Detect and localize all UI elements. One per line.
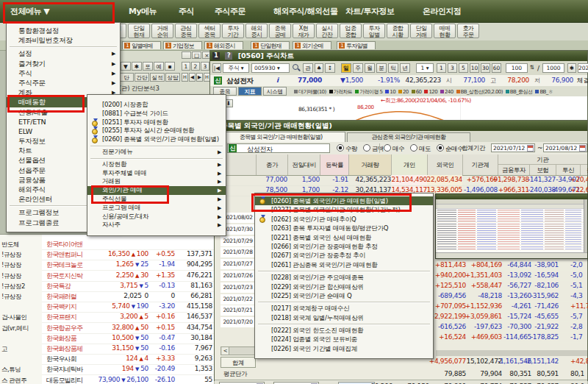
chart-tab-지표[interactable]: 지표 [238,87,262,96]
calendar-icon[interactable] [579,145,586,152]
menu-item-menu2-0[interactable]: [0200] 시장종합 [87,101,226,110]
menu-item-menu1-6[interactable]: 주식주문▶ [7,78,120,88]
search-icon[interactable] [293,64,301,72]
window-control-min-icon[interactable]: _ [182,51,191,59]
top-menu-item-4[interactable]: 해외주식/해외선물 [273,6,338,17]
column-header-4[interactable]: 개인 [391,154,427,175]
menu-item-menu3-2[interactable]: [0262] 외국인/기관 매매추이Q [255,215,433,224]
pager-button-1[interactable]: 1 [182,62,190,71]
flow-tab-1[interactable]: 관심종목 외국인/기관 매매현황 [347,132,470,142]
menu-item-menu3-18[interactable]: [0226] 외국인 기간별 매매집계 [255,344,433,353]
help-icon[interactable]: ? [225,52,232,60]
menu-item-menu2-15[interactable]: 자사주▶ [87,221,226,230]
date-to-input[interactable]: 2021/08/12 [543,143,587,152]
menu-item-menu3-10[interactable]: [0229] 외국인/기관 합산매매상위 [255,282,433,291]
menu-item-menu3-7[interactable]: [0261] 관심종목 외국인/기관 매매현황 [255,260,433,269]
date-from-input[interactable]: 2021/07/12 [491,143,535,152]
mini-toolbar-button-1[interactable]: ✱ [132,62,142,71]
column-header-2[interactable]: 등락률 [320,154,348,175]
toolbar-button-11[interactable]: 업종 종합 [340,24,362,38]
column-header-5[interactable]: 외국인 [427,154,462,175]
list-item[interactable]: 한국항공우주32,800▲50+0.15434,754 [42,323,214,334]
date-input-cut[interactable]: 2021/0 [578,63,588,73]
chart-tab-시스템[interactable]: 시스템 [263,87,287,96]
scroll-left-arrow-icon[interactable]: < [222,347,229,355]
mini-toolbar-button-4[interactable]: ▪ [165,62,175,71]
gear-icon[interactable]: ✱ [567,63,576,73]
radio-qty-amt-0[interactable]: 수량 [337,144,357,154]
menu-item-menu2-2[interactable]: [0251] 투자자 매매현황 [87,118,226,127]
menu-item-menu3-14[interactable]: [0218] 외국계 일별/누적매매상위 [255,313,433,322]
top-menu-item-5[interactable]: 차트/투자정보 [345,6,395,17]
subtab-2[interactable]: 실적 [150,73,165,82]
pager-button-2[interactable]: 2 [191,62,200,71]
list-item[interactable]: 한국타이어앤 [42,239,214,250]
radio-icon[interactable] [337,144,344,152]
radio-buy-sell-0[interactable]: 매수 [384,144,404,154]
menu-item-menu3-5[interactable]: [0266] 외국인/기관 장중매매현황 추정 [255,242,433,251]
menu-item-menu1-4[interactable]: 즐겨찾기▶ [7,59,120,68]
menu-item-menu2-3[interactable]: [0255] 투자자 실시간 순매매현황 [87,127,226,135]
mini-toolbar-button-2[interactable]: 포 [143,62,153,71]
sub-header-투신[interactable]: 투신 [556,165,580,175]
list-item[interactable]: 한국앤컴퍼니16,350▲100+0.55137,371 [42,249,214,260]
count-input[interactable]: 100 [506,63,528,73]
radio-icon[interactable] [384,144,391,152]
screen-tab-6[interactable]: 1투자일별 [337,41,376,49]
screen-tab-1[interactable]: 1일별매매 [122,41,161,49]
menu-item-menu3-17[interactable]: [0224] 업종별 외국인 보유비중 [255,335,433,344]
window-control-max-icon[interactable]: □ [192,51,201,59]
minute-button-30[interactable]: 30 [481,63,490,73]
list-item[interactable]: 한국지네틱바194▼50-20.491,353 [42,364,214,375]
toolbar-button-10[interactable]: 실시 간잔 [316,24,338,38]
menu-item-menu3-11[interactable]: [0225] 외국인/기관 순매매 Q [255,291,433,300]
sub-header-은행[interactable]: 은행 [580,165,588,175]
subtab-0[interactable]: 단 [119,73,134,82]
toolbar-button-9[interactable]: X현 재가 [293,24,315,38]
menu-item-menu3-9[interactable]: [0228] 외국인/기관 주요매매종목 [255,273,433,282]
top-menu-item-1[interactable]: My메뉴 [129,6,157,17]
stock-code-input[interactable]: 005930 ▾ [251,63,290,73]
main-menu-button[interactable]: 전체메뉴 ▼ [10,6,49,17]
sub-header-보험[interactable]: 보험 [529,165,556,175]
mini-toolbar-button-3[interactable]: 예 [154,62,164,71]
subtab-1[interactable]: 간단 [135,73,149,82]
list-item[interactable]: 한국특강3,715▼5-0.1381,163 [42,281,214,292]
tick-select[interactable]: 1 ▾ [416,63,434,73]
list-item[interactable]: 한국패러럴2,0250066,281 [42,291,214,302]
period-button-년[interactable]: 년 [400,63,410,73]
minute-button-3[interactable]: 3 [448,63,457,73]
asset-type-select[interactable]: 주식 ▾ [223,63,249,73]
menu-item-menu1-3[interactable]: 설정▶ [7,49,120,58]
column-header-3[interactable]: 거래량 [348,154,391,175]
menu-item-menu3-0[interactable]: [0260] 종목별 외국인/기관 매매현황(일별) [255,196,433,205]
group-header[interactable]: 기관 [498,154,587,165]
top-menu-item-6[interactable]: 온라인지점 [423,6,462,17]
top-menu-item-3[interactable]: 주식주문 [215,6,245,17]
menu-item-menu2-13[interactable]: 프로그램 매매▶ [87,204,226,213]
minute-button-60[interactable]: 60 [492,63,501,73]
screen-tab-3[interactable]: 1해외증시 [204,41,243,49]
menu-item-menu1-5[interactable]: 주식▶ [7,68,120,78]
top-menu-item-2[interactable]: 주식 [179,6,194,17]
info-icon[interactable]: i [276,77,279,84]
chart-window-titlebar[interactable]: 1 ? [0560] 주식차트 [210,51,587,61]
screen-tab-5[interactable]: 1외기순매 [293,41,331,49]
gwan-button[interactable]: 관 [303,63,313,73]
screen-tab-4[interactable]: 1단일현재 [251,41,290,49]
toolbar-button-14[interactable]: 단일 거래 [410,24,432,38]
nav-1-icon[interactable]: ◀ [189,73,196,82]
menu-item-menu3-3[interactable]: [0263] 종목 투자자별 매매동향/평균단가Q [255,224,433,232]
screen-tab-2[interactable]: 1기업정보 [163,41,202,49]
list-item[interactable]: 한국팩키지5,740▼190-3.20415,158 [42,302,214,313]
sub-header-금융투자[interactable]: 금융투자 [498,165,529,175]
list-item[interactable]: 한국토지신탁2,250▲30+1.35476,221 [42,271,214,282]
radio-qty-amt-1[interactable]: 금액 [363,144,384,154]
list-item[interactable]: 한국화장품제31,150▼50-0.167,967 [42,344,214,355]
menu-item-menu3-4[interactable]: [0221] 종목별 외국인 상세 매매현황 [255,233,433,242]
menu-item-menu2-4[interactable]: [0260] 종목별 외국인/기관 매매현황(일별) [87,135,226,144]
menu-item-menu2-1[interactable]: [0881] 수급분석 가이드 [87,110,226,118]
list-item[interactable]: 한국화장품10,500▼50-0.4730,184 [42,333,214,344]
list-item[interactable]: 한국프랜지3,200▲5+0.16146,537 [42,312,214,323]
menu-item-menu1-1[interactable]: 계좌비밀번호저장 [7,35,120,45]
